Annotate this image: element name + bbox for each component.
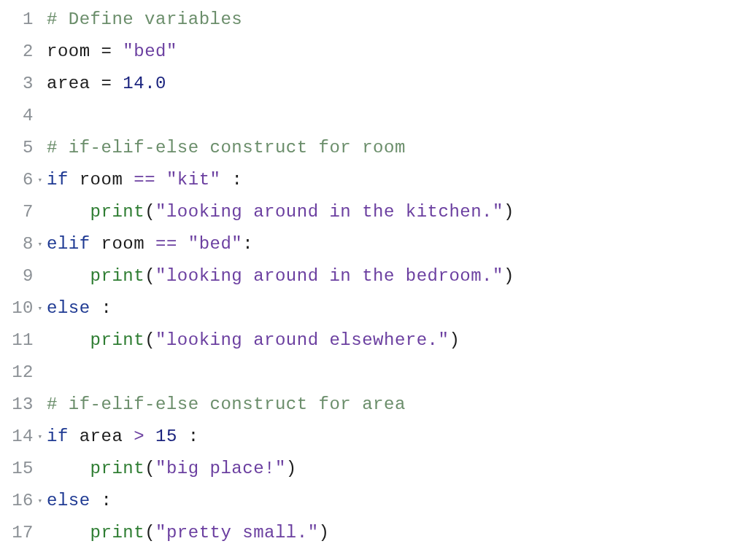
fold-spacer [35,100,45,132]
code-line[interactable]: print("looking around in the bedroom.") [47,260,737,292]
code-token: print [90,330,145,350]
code-token: == [134,170,155,190]
code-line[interactable] [47,100,737,132]
code-line[interactable]: print("big place!") [47,453,737,485]
code-token [112,74,123,93]
code-line[interactable]: room = "bed" [47,36,737,68]
code-token: 14.0 [123,74,166,93]
code-token: "kit" [166,170,221,190]
line-number-gutter: 1234567891011121314151617 [0,4,35,560]
code-line[interactable]: # Define variables [47,4,737,36]
fold-spacer [35,517,45,549]
line-number: 9 [0,260,34,292]
fold-spacer [35,196,45,228]
code-token [90,234,101,254]
fold-spacer [35,357,45,389]
line-number: 5 [0,132,34,164]
line-number: 8 [0,228,34,260]
code-token: : [188,427,199,446]
code-token: ( [144,330,155,350]
fold-spacer [35,4,45,36]
code-token: 15 [155,427,177,446]
code-token: room [101,234,145,254]
line-number: 14 [0,421,34,453]
code-token: print [90,202,145,222]
code-token: room [80,170,123,190]
code-token: elif [47,234,90,254]
code-token: "looking around in the kitchen." [155,202,503,222]
fold-spacer [35,453,45,485]
code-line[interactable]: print("pretty small.") [47,517,737,549]
fold-spacer [35,324,45,357]
code-token [177,427,188,446]
code-line[interactable]: else : [47,292,737,324]
code-token [90,74,101,93]
code-token: print [90,459,145,478]
line-number: 6 [0,164,34,196]
code-token: else [47,298,90,318]
line-number: 13 [0,389,34,421]
code-token [47,266,90,286]
code-line[interactable]: print("looking around in the kitchen.") [47,196,737,228]
line-number: 12 [0,357,34,389]
code-content[interactable]: # Define variablesroom = "bed"area = 14.… [45,4,737,560]
code-line[interactable]: else : [47,485,737,517]
code-line[interactable]: # if-elif-else construct for room [47,132,737,164]
code-token: room [47,42,90,61]
fold-toggle-icon[interactable]: ▾ [35,485,45,517]
code-editor[interactable]: 1234567891011121314151617 ▾▾▾▾▾ # Define… [0,0,737,560]
code-token: ( [144,266,155,286]
fold-toggle-icon[interactable]: ▾ [35,164,45,196]
code-token [144,427,155,446]
line-number: 11 [0,324,34,357]
code-token [47,459,90,478]
code-token: print [90,523,145,542]
code-line[interactable]: if room == "kit" : [47,164,737,196]
fold-spacer [35,132,45,164]
code-line[interactable]: area = 14.0 [47,68,737,100]
code-token: "big place!" [155,459,286,478]
code-token: : [242,234,253,254]
code-line[interactable]: # if-elif-else construct for area [47,389,737,421]
code-token: "looking around elsewhere." [155,330,449,350]
line-number: 16 [0,485,34,517]
code-token: : [231,170,242,190]
fold-spacer [35,389,45,421]
fold-toggle-icon[interactable]: ▾ [35,292,45,324]
code-token: = [101,42,112,61]
fold-toggle-icon[interactable]: ▾ [35,228,45,260]
fold-spacer [35,68,45,100]
code-token: if [47,427,69,446]
line-number: 17 [0,517,34,549]
code-line[interactable] [47,357,737,389]
fold-toggle-icon[interactable]: ▾ [35,421,45,453]
code-token: "bed" [188,234,243,254]
code-line[interactable]: elif room == "bed": [47,228,737,260]
code-token: # Define variables [47,9,242,29]
code-token: ) [319,523,330,542]
code-token [47,202,90,222]
code-token: ) [503,266,514,286]
code-token [90,298,101,318]
code-token: if [47,170,69,190]
code-token: ) [503,202,514,222]
code-token [112,42,123,61]
code-token [144,234,155,254]
code-token: area [80,427,123,446]
code-line[interactable]: if area > 15 : [47,421,737,453]
line-number: 2 [0,36,34,68]
code-token [47,523,90,542]
code-token: print [90,266,145,286]
line-number: 10 [0,292,34,324]
code-token: ( [144,459,155,478]
code-token: "looking around in the bedroom." [155,266,503,286]
code-token: > [134,427,144,446]
code-token [123,170,134,190]
code-line[interactable]: print("looking around elsewhere.") [47,324,737,357]
code-token [69,427,80,446]
line-number: 3 [0,68,34,100]
code-token [155,170,166,190]
code-token: else [47,491,90,510]
code-token [123,427,134,446]
fold-spacer [35,260,45,292]
